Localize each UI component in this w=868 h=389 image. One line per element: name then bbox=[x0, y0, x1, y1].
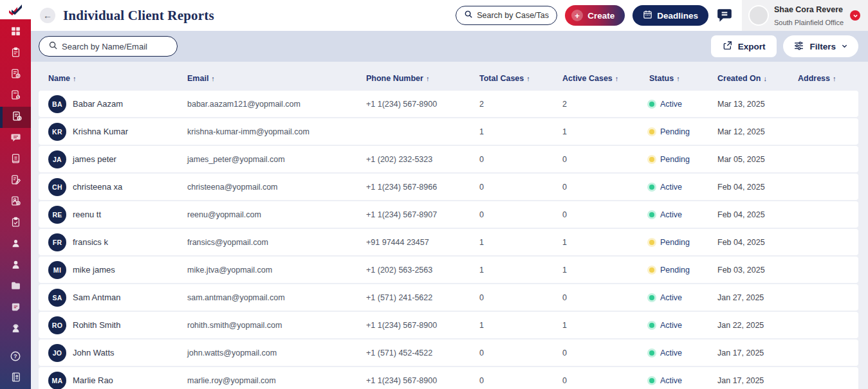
main-area: ← Individual Client Reports + Create Dea… bbox=[31, 0, 868, 389]
table-row[interactable]: JOJohn Watts john.watts@yopmail.com +1 (… bbox=[39, 339, 858, 366]
sidebar-item-notes[interactable] bbox=[0, 298, 31, 319]
active-cases: 0 bbox=[562, 376, 649, 385]
table-row[interactable]: REreenu tt reenu@yopmail.com +1 1(234) 5… bbox=[39, 201, 858, 228]
global-search-input[interactable] bbox=[477, 11, 549, 20]
table-row[interactable]: FRfransics k fransics@yopmail.com +91 97… bbox=[39, 229, 858, 255]
sidebar-item-drafting[interactable] bbox=[0, 170, 31, 192]
global-search[interactable] bbox=[456, 6, 557, 25]
profile-dropdown-badge[interactable] bbox=[850, 10, 860, 21]
help-icon: ? bbox=[10, 350, 21, 365]
client-reports-icon bbox=[12, 111, 23, 124]
sidebar-item-directory[interactable] bbox=[0, 368, 31, 389]
sidebar-item-client-reports[interactable] bbox=[0, 107, 31, 128]
sidebar-item-tasks[interactable] bbox=[0, 43, 31, 64]
active-cases: 1 bbox=[562, 238, 649, 247]
support-agent-icon bbox=[10, 323, 21, 336]
client-email: reenu@yopmail.com bbox=[187, 210, 366, 219]
column-header-address[interactable]: Address↑ bbox=[798, 74, 858, 83]
active-cases: 1 bbox=[562, 266, 649, 275]
status-badge: Pending bbox=[649, 238, 690, 247]
client-name: Marlie Rao bbox=[73, 375, 113, 385]
status-badge: Active bbox=[649, 293, 682, 302]
folder-icon bbox=[10, 280, 21, 294]
sidebar-item-help[interactable]: ? bbox=[0, 347, 31, 368]
create-button[interactable]: + Create bbox=[565, 5, 625, 26]
sidebar-item-case-reports[interactable] bbox=[0, 64, 31, 86]
sidebar-item-leads[interactable] bbox=[0, 255, 31, 276]
total-cases: 1 bbox=[479, 321, 562, 330]
table-row[interactable]: JAjames peter james_peter@yopmail.com +1… bbox=[39, 146, 858, 172]
status-dot-icon bbox=[649, 157, 654, 162]
client-phone: +91 97444 23457 bbox=[366, 238, 479, 247]
user-name: Shae Cora Revere bbox=[774, 5, 843, 14]
client-email: fransics@yopmail.com bbox=[187, 238, 366, 247]
avatar: RE bbox=[48, 206, 66, 224]
status-dot-icon bbox=[649, 129, 654, 134]
client-name: fransics k bbox=[73, 237, 108, 247]
column-header-phone[interactable]: Phone Number↑ bbox=[366, 74, 479, 83]
leads-icon bbox=[10, 259, 21, 273]
total-cases: 1 bbox=[479, 127, 562, 136]
app-logo[interactable] bbox=[0, 0, 31, 19]
sidebar-item-approvals[interactable] bbox=[0, 213, 31, 234]
table-row[interactable]: RORohith Smith rohith.smith@yopmail.com … bbox=[39, 312, 858, 338]
sidebar-item-files[interactable] bbox=[0, 276, 31, 298]
calendar-icon bbox=[643, 10, 652, 21]
client-phone: +1 (571) 452-4522 bbox=[366, 348, 479, 357]
sidebar-item-documents[interactable] bbox=[0, 149, 31, 170]
column-header-active-cases[interactable]: Active Cases↑ bbox=[562, 74, 649, 83]
back-button[interactable]: ← bbox=[40, 8, 55, 23]
deadlines-button[interactable]: Deadlines bbox=[633, 5, 708, 26]
sort-asc-icon: ↑ bbox=[615, 75, 619, 82]
filters-button[interactable]: Filters bbox=[783, 35, 858, 57]
name-email-search-input[interactable] bbox=[62, 42, 168, 51]
active-cases: 0 bbox=[562, 348, 649, 357]
total-cases: 0 bbox=[479, 348, 562, 357]
created-on: Mar 12, 2025 bbox=[717, 127, 798, 136]
name-email-search[interactable] bbox=[39, 36, 178, 57]
status-badge: Active bbox=[649, 348, 682, 357]
column-header-email[interactable]: Email↑ bbox=[187, 74, 366, 83]
sidebar-item-clients[interactable] bbox=[0, 234, 31, 255]
column-header-total-cases[interactable]: Total Cases↑ bbox=[479, 74, 562, 83]
sidebar-item-client-verification[interactable] bbox=[0, 192, 31, 213]
table-row[interactable]: MAMarlie Rao marlie.roy@yopmail.com +1 1… bbox=[39, 367, 858, 389]
profile-menu[interactable]: Shae Cora Revere South Plainfield Office bbox=[742, 0, 868, 31]
messages-icon bbox=[10, 132, 21, 145]
sidebar-item-messages[interactable] bbox=[0, 128, 31, 149]
column-header-status[interactable]: Status↑ bbox=[649, 74, 717, 83]
status-dot-icon bbox=[649, 295, 654, 300]
client-name: Sam Antman bbox=[73, 293, 120, 302]
sidebar-item-dashboard[interactable] bbox=[0, 22, 31, 43]
svg-text:$: $ bbox=[17, 95, 19, 99]
total-cases: 0 bbox=[479, 376, 562, 385]
client-phone: +1 1(234) 567-8900 bbox=[366, 321, 479, 330]
active-cases: 2 bbox=[562, 100, 649, 109]
table-row[interactable]: BABabar Aazam babar.aazam121@yopmail.com… bbox=[39, 91, 858, 117]
status-badge: Active bbox=[649, 100, 682, 109]
export-button[interactable]: Export bbox=[711, 35, 777, 57]
created-on: Jan 17, 2025 bbox=[717, 376, 798, 385]
table-body: BABabar Aazam babar.aazam121@yopmail.com… bbox=[39, 91, 858, 389]
client-email: mike.jtva@yopmail.com bbox=[187, 266, 366, 275]
client-phone: +1 (202) 232-5323 bbox=[366, 155, 479, 164]
table-row[interactable]: KRKrishna Kumar krishna-kumar-imm@yopmai… bbox=[39, 118, 858, 145]
status-badge: Active bbox=[649, 210, 682, 219]
column-header-name[interactable]: Name↑ bbox=[48, 74, 187, 83]
clients-icon bbox=[10, 238, 21, 251]
sidebar: $ bbox=[0, 0, 31, 389]
page-title: Individual Client Reports bbox=[63, 8, 214, 24]
total-cases: 0 bbox=[479, 155, 562, 164]
column-header-created-on[interactable]: Created On↓ bbox=[717, 74, 798, 83]
created-on: Feb 04, 2025 bbox=[717, 183, 798, 192]
plus-icon: + bbox=[571, 10, 583, 21]
client-phone: +1 (571) 241-5622 bbox=[366, 293, 479, 302]
sort-asc-icon: ↑ bbox=[526, 75, 530, 82]
table-row[interactable]: MImike james mike.jtva@yopmail.com +1 (2… bbox=[39, 257, 858, 283]
table-row[interactable]: SASam Antman sam.antman@yopmail.com +1 (… bbox=[39, 284, 858, 311]
chat-button[interactable] bbox=[716, 6, 733, 25]
sidebar-item-billing[interactable]: $ bbox=[0, 86, 31, 107]
created-on: Jan 22, 2025 bbox=[717, 321, 798, 330]
table-row[interactable]: CHchristeena xa christeena@yopmail.com +… bbox=[39, 174, 858, 200]
sidebar-item-support[interactable] bbox=[0, 319, 31, 340]
